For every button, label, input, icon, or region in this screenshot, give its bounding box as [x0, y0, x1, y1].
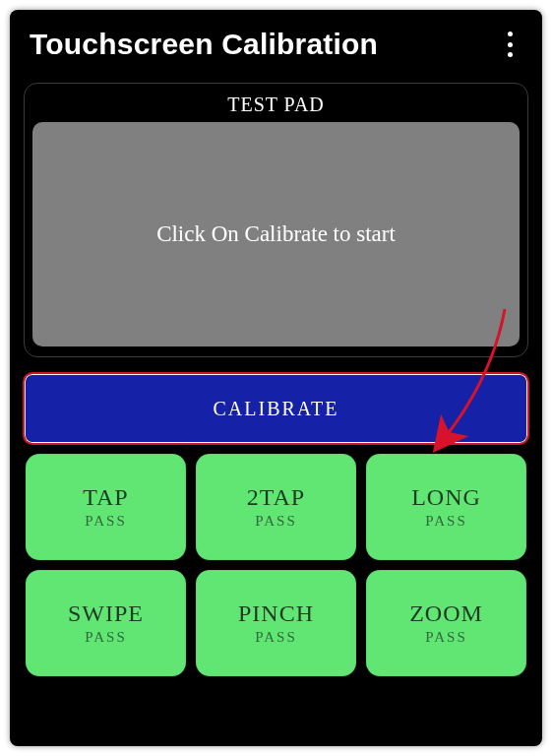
test-pad-label: TEST PAD: [32, 90, 520, 122]
calibrate-button[interactable]: CALIBRATE: [26, 375, 526, 442]
test-pad[interactable]: Click On Calibrate to start: [32, 122, 520, 346]
test-tile-2tap[interactable]: 2TAP PASS: [196, 454, 356, 560]
test-tile-swipe[interactable]: SWIPE PASS: [26, 570, 186, 676]
test-name: TAP: [83, 484, 128, 511]
test-tile-tap[interactable]: TAP PASS: [26, 454, 186, 560]
test-name: 2TAP: [247, 484, 305, 511]
test-pad-message: Click On Calibrate to start: [156, 221, 396, 247]
test-status: PASS: [425, 629, 466, 646]
test-status: PASS: [425, 513, 466, 530]
test-name: LONG: [411, 484, 481, 511]
tests-grid: TAP PASS 2TAP PASS LONG PASS SWIPE PASS …: [24, 452, 528, 678]
calibrate-container: CALIBRATE: [26, 375, 526, 442]
test-tile-zoom[interactable]: ZOOM PASS: [366, 570, 526, 676]
app-title: Touchscreen Calibration: [30, 28, 378, 61]
test-status: PASS: [85, 629, 126, 646]
test-name: ZOOM: [409, 600, 483, 627]
app-screen: Touchscreen Calibration TEST PAD Click O…: [10, 10, 542, 746]
overflow-menu-icon[interactable]: [497, 30, 522, 59]
test-tile-pinch[interactable]: PINCH PASS: [196, 570, 356, 676]
test-name: SWIPE: [68, 600, 144, 627]
test-name: PINCH: [238, 600, 314, 627]
test-status: PASS: [255, 629, 296, 646]
test-tile-long[interactable]: LONG PASS: [366, 454, 526, 560]
app-header: Touchscreen Calibration: [24, 22, 528, 83]
test-status: PASS: [255, 513, 296, 530]
test-pad-frame: TEST PAD Click On Calibrate to start: [24, 83, 528, 357]
test-status: PASS: [85, 513, 126, 530]
